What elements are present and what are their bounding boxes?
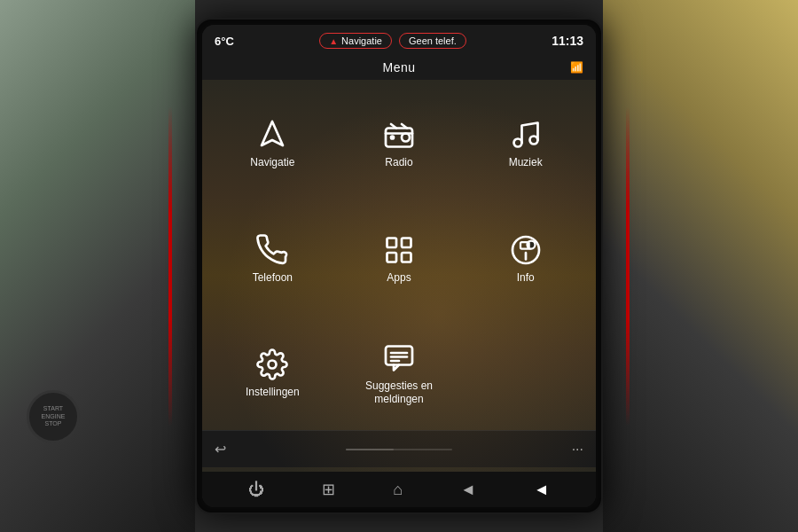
svg-rect-10 [402, 238, 411, 247]
menu-item-apps[interactable]: Apps [338, 204, 461, 316]
svg-point-6 [391, 137, 394, 139]
svg-rect-1 [386, 129, 412, 147]
settings-icon [256, 348, 288, 380]
menu-label-navigatie: Navigatie [250, 156, 294, 170]
menu-item-suggesties[interactable]: Suggesties enmeldingen [338, 318, 461, 430]
info-icon: i [510, 234, 542, 266]
menu-label-telefoon: Telefoon [253, 271, 293, 286]
temperature-display: 6°C [215, 35, 234, 48]
vol-down-button[interactable]: ◄ [460, 481, 476, 499]
menu-label-instellingen: Instellingen [246, 386, 300, 400]
svg-point-2 [402, 134, 410, 142]
svg-rect-12 [402, 253, 411, 262]
home-button[interactable]: ⌂ [393, 481, 403, 499]
menu-label-suggesties: Suggesties enmeldingen [365, 379, 433, 407]
screen-nav-bar: ⏻ ⊞ ⌂ ◄ ◄ [202, 472, 596, 507]
status-buttons: ▲ Navigatie Geen telef. [319, 33, 466, 49]
bg-right [603, 0, 798, 532]
nav-icon [256, 119, 288, 151]
title-area: Menu 📶 [202, 57, 596, 80]
bottom-center [346, 449, 452, 450]
menu-item-radio[interactable]: Radio [338, 89, 461, 200]
screen: 6°C ▲ Navigatie Geen telef. 11:13 Menu 📶 [202, 25, 596, 507]
infotainment-screen: 6°C ▲ Navigatie Geen telef. 11:13 Menu 📶 [195, 18, 603, 514]
menu-item-navigatie[interactable]: Navigatie [211, 89, 334, 200]
bottom-right: ··· [572, 442, 583, 458]
radio-icon [383, 119, 415, 151]
music-icon [510, 119, 542, 151]
menu-grid: Navigatie Radio [202, 89, 596, 430]
menu-label-info: Info [517, 271, 535, 286]
vol-up-button[interactable]: ◄ [534, 481, 550, 499]
phone-status-btn[interactable]: Geen telef. [399, 33, 466, 49]
menu-item-telefoon[interactable]: Telefoon [211, 204, 334, 316]
menu-label-apps: Apps [387, 271, 411, 286]
start-stop-button[interactable]: STARTENGINESTOP [27, 390, 80, 443]
red-accent-left [168, 0, 172, 532]
phone-btn-label: Geen telef. [409, 35, 457, 46]
svg-rect-18 [386, 346, 412, 364]
navigation-btn-label: Navigatie [341, 35, 382, 46]
menu-label-radio: Radio [385, 156, 412, 170]
svg-rect-9 [387, 238, 396, 247]
phone-icon [256, 234, 288, 266]
apps-icon [383, 234, 415, 266]
grid-button[interactable]: ⊞ [322, 480, 335, 499]
status-bar: 6°C ▲ Navigatie Geen telef. 11:13 [202, 25, 596, 57]
back-button[interactable]: ↩ [215, 441, 226, 458]
svg-point-17 [269, 361, 277, 369]
menu-title: Menu [382, 60, 415, 74]
progress-fill [346, 449, 394, 450]
power-button[interactable]: ⏻ [248, 481, 264, 499]
more-button[interactable]: ··· [572, 442, 583, 458]
menu-item-muziek[interactable]: Muziek [464, 89, 587, 200]
svg-point-8 [529, 137, 537, 145]
bottom-strip: ↩ ··· [202, 430, 596, 467]
nav-arrow-icon: ▲ [329, 36, 338, 46]
bottom-left: ↩ [215, 441, 226, 458]
progress-bar [346, 449, 452, 450]
svg-marker-0 [262, 121, 283, 145]
wifi-icon: 📶 [570, 61, 583, 74]
menu-item-info[interactable]: i Info [464, 204, 587, 316]
menu-item-instellingen[interactable]: Instellingen [211, 318, 334, 430]
svg-point-7 [513, 139, 521, 147]
suggestions-icon [383, 342, 415, 374]
bg-left [0, 0, 195, 532]
navigation-status-btn[interactable]: ▲ Navigatie [319, 33, 392, 49]
menu-label-muziek: Muziek [509, 156, 543, 170]
red-accent-right [626, 0, 630, 532]
clock-display: 11:13 [552, 34, 583, 48]
svg-rect-11 [387, 253, 396, 262]
main-content: Navigatie Radio [202, 80, 596, 472]
